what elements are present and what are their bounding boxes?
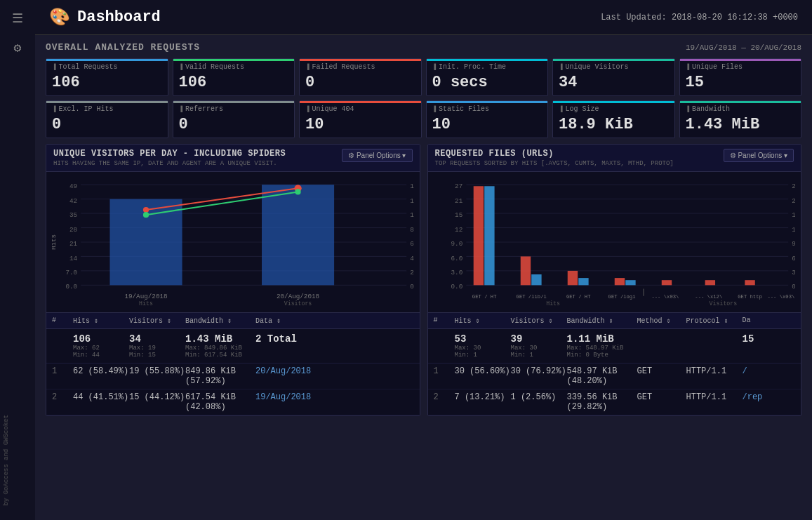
menu-icon[interactable]: ☰ <box>12 11 23 26</box>
svg-text:6.0: 6.0 <box>792 255 795 262</box>
visitors-panel-title: UNIQUE VISITORS PER DAY - INCLUDING SPID… <box>53 149 286 159</box>
svg-text:35: 35 <box>69 211 77 219</box>
svg-text:Visitors: Visitors <box>709 300 737 307</box>
row-visitors: 19 (55.88%) <box>129 366 185 386</box>
table-row: 2 44 (41.51%) 15 (44.12%) 617.54 KiB (42… <box>46 389 420 415</box>
stat-init-proc-time: ▐Init. Proc. Time 0 secs <box>426 58 549 96</box>
logo-icon: 🎨 <box>49 7 70 27</box>
visitors-chart-area: 0.0 7.0 14 21 28 35 42 49 0.0 2.0 4.0 6.… <box>46 172 420 312</box>
files-panel-title-block: REQUESTED FILES (URLS) TOP REQUESTS SORT… <box>435 149 674 167</box>
summary-hits-sub: Max: 62Min: 44 <box>73 345 129 359</box>
svg-text:9.0: 9.0 <box>451 240 462 248</box>
col-num[interactable]: # <box>434 316 455 325</box>
summary-bandwidth-sub: Max: 548.97 KiBMin: 0 Byte <box>567 345 637 359</box>
svg-text:Hits: Hits <box>546 300 560 307</box>
summary-data: 2 Total <box>255 333 312 359</box>
overall-title: OVERALL ANALYZED REQUESTS <box>46 42 200 53</box>
svg-rect-68 <box>614 278 624 285</box>
stat-failed-requests: ▐Failed Requests 0 <box>299 58 422 96</box>
app-title: Dashboard <box>77 8 161 26</box>
svg-text:21: 21 <box>455 197 463 205</box>
files-summary-row: 53 Max: 30Min: 1 39 Max: 30Min: 1 1.11 M… <box>428 329 801 364</box>
summary-hits-sub: Max: 30Min: 1 <box>455 345 511 359</box>
stat-referrers: ▐Referrers 0 <box>173 100 295 138</box>
by-label: by GoAccess and GWScoket <box>3 415 10 506</box>
svg-rect-65 <box>531 274 541 285</box>
col-visitors[interactable]: Visitors ⇕ <box>511 316 567 325</box>
stat-label: ▐Unique 404 <box>305 105 415 113</box>
svg-rect-69 <box>625 280 635 285</box>
col-data[interactable]: Da <box>743 316 771 325</box>
col-data[interactable]: Data ⇕ <box>255 316 312 325</box>
col-visitors[interactable]: Visitors ⇕ <box>129 316 185 325</box>
col-num[interactable]: # <box>52 316 73 325</box>
visitors-chart: 0.0 7.0 14 21 28 35 42 49 0.0 2.0 4.0 6.… <box>52 178 414 307</box>
stat-label: ▐Unique Visitors <box>559 63 669 71</box>
row-data[interactable]: /rep <box>743 392 771 412</box>
stat-label: ▐Referrers <box>179 105 289 113</box>
svg-text:12: 12 <box>455 226 462 234</box>
svg-text:--- \x03\: --- \x03\ <box>651 294 679 300</box>
stat-value: 0 <box>52 116 162 133</box>
row-data[interactable]: 20/Aug/2018 <box>255 366 312 386</box>
row-bandwidth: 617.54 KiB (42.08%) <box>185 392 255 412</box>
visitors-panel-title-block: UNIQUE VISITORS PER DAY - INCLUDING SPID… <box>53 149 286 167</box>
stat-unique-files: ▐Unique Files 15 <box>679 58 802 96</box>
visitors-panel-options-button[interactable]: ⚙ Panel Options ▾ <box>342 149 412 162</box>
stat-total-requests: ▐Total Requests 106 <box>46 58 168 96</box>
svg-text:0.0: 0.0 <box>410 283 413 291</box>
files-panel-options-button[interactable]: ⚙ Panel Options ▾ <box>724 149 794 162</box>
visitors-table-header: # Hits ⇕ Visitors ⇕ Bandwidth ⇕ Data ⇕ <box>46 313 420 329</box>
svg-text:2.0: 2.0 <box>410 269 413 276</box>
row-data[interactable]: 19/Aug/2018 <box>255 392 312 412</box>
main-content: 🎨 Dashboard Last Updated: 2018-08-20 16:… <box>35 0 812 520</box>
svg-text:12: 12 <box>410 197 413 205</box>
stat-label: ▐Log Size <box>559 105 669 113</box>
col-hits[interactable]: Hits ⇕ <box>455 316 511 325</box>
col-bandwidth[interactable]: Bandwidth ⇕ <box>567 316 637 325</box>
table-row: 1 30 (56.60%) 30 (76.92%) 548.97 KiB (48… <box>428 364 801 389</box>
row-visitors: 1 (2.56%) <box>511 392 567 412</box>
svg-text:14: 14 <box>69 255 78 262</box>
files-panel-header: REQUESTED FILES (URLS) TOP REQUESTS SORT… <box>428 145 801 172</box>
svg-rect-62 <box>473 186 483 285</box>
stat-valid-requests: ▐Valid Requests 106 <box>173 58 295 96</box>
svg-text:15: 15 <box>792 211 795 219</box>
summary-hits: 53 <box>455 333 511 345</box>
stat-label: ▐Total Requests <box>52 63 162 71</box>
files-table: # Hits ⇕ Visitors ⇕ Bandwidth ⇕ Method ⇕… <box>428 312 801 415</box>
svg-text:27: 27 <box>455 182 462 190</box>
col-hits[interactable]: Hits ⇕ <box>73 316 129 325</box>
svg-text:GET http: GET http <box>738 294 762 300</box>
row-protocol: HTTP/1.1 <box>686 392 743 412</box>
svg-text:GET / HT: GET / HT <box>566 294 590 300</box>
content-area: OVERALL ANALYZED REQUESTS 19/AUG/2018 — … <box>35 35 812 520</box>
svg-text:6.0: 6.0 <box>451 255 462 262</box>
svg-text:GET / HT: GET / HT <box>472 294 496 300</box>
row-method: GET <box>637 366 686 386</box>
stat-value: 34 <box>559 74 669 91</box>
svg-text:7.0: 7.0 <box>65 269 77 276</box>
visitors-panel: UNIQUE VISITORS PER DAY - INCLUDING SPID… <box>46 144 420 416</box>
svg-text:28: 28 <box>69 226 77 234</box>
row-bandwidth: 339.56 KiB (29.82%) <box>567 392 637 412</box>
gear-icon[interactable]: ⚙ <box>14 40 22 55</box>
col-protocol[interactable]: Protocol ⇕ <box>686 316 743 325</box>
svg-text:9.0: 9.0 <box>792 240 795 248</box>
summary-bandwidth: 1.11 MiB <box>567 333 637 345</box>
summary-visitors-sub: Max: 19Min: 15 <box>129 345 185 359</box>
svg-text:10: 10 <box>410 211 413 219</box>
summary-bandwidth: 1.43 MiB <box>185 333 255 345</box>
svg-text:Hits: Hits <box>139 300 153 307</box>
stat-unique-visitors: ▐Unique Visitors 34 <box>552 58 675 96</box>
last-updated: Last Updated: 2018-08-20 16:12:38 +0000 <box>601 13 798 22</box>
col-method[interactable]: Method ⇕ <box>637 316 686 325</box>
svg-text:27: 27 <box>792 182 795 190</box>
stats-grid-row2: ▐Excl. IP Hits 0 ▐Referrers 0 ▐Unique 40… <box>46 100 801 138</box>
svg-text:20/Aug/2018: 20/Aug/2018 <box>277 293 319 300</box>
summary-visitors: 34 <box>129 333 185 345</box>
row-data[interactable]: / <box>743 366 771 386</box>
row-num: 1 <box>434 366 455 386</box>
col-bandwidth[interactable]: Bandwidth ⇕ <box>185 316 255 325</box>
svg-text:0.0: 0.0 <box>65 283 77 291</box>
